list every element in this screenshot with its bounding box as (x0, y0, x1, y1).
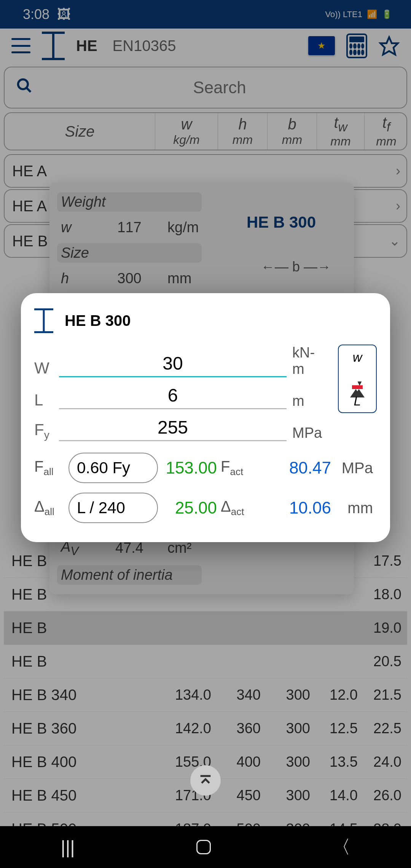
profile-icon (34, 308, 53, 333)
fy-input[interactable] (59, 417, 287, 441)
fall-allowed: 153.00 (162, 458, 217, 477)
w-input[interactable] (59, 353, 287, 377)
modal-title: HE B 300 (65, 312, 131, 329)
stress-result-row: Fall 0.60 Fy 153.00 Fact 80.47 MPa (34, 453, 377, 483)
back-button[interactable]: 〈 (332, 835, 350, 859)
scroll-top-button[interactable] (190, 765, 221, 796)
fact-value: 80.47 (263, 458, 331, 477)
beam-load-diagram: w L (338, 345, 377, 413)
dall-allowed: 25.00 (162, 498, 217, 517)
android-nav-bar: ||​| 〈 (0, 826, 411, 868)
recent-apps-button[interactable]: ||​| (61, 837, 75, 858)
deflection-result-row: Δall L / 240 25.00 Δact 10.06 mm (34, 493, 377, 523)
dall-selector[interactable]: L / 240 (68, 493, 158, 523)
dact-value: 10.06 (263, 498, 331, 517)
home-button[interactable] (196, 840, 211, 854)
l-input[interactable] (59, 385, 287, 409)
calculation-modal: HE B 300 W kN-m L m Fy MPa w (21, 293, 390, 542)
fall-selector[interactable]: 0.60 Fy (68, 453, 158, 483)
